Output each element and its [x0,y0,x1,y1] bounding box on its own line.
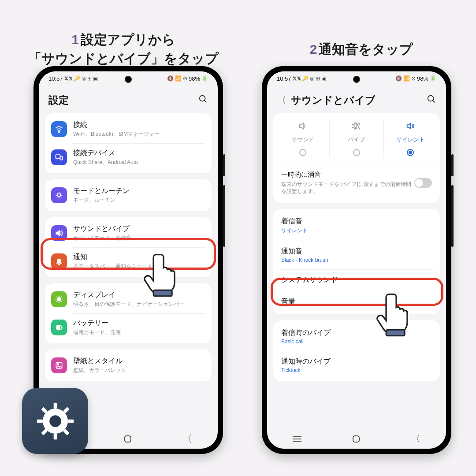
svg-rect-4 [60,156,63,160]
settings-row-devices[interactable]: 接続デバイスQuick Share、Android Auto [45,143,212,171]
row-title: サウンドとバイブ [73,224,205,234]
step2-caption: 2通知音をタップ [264,20,458,59]
display-icon [51,291,67,307]
svg-line-13 [433,100,435,103]
option-row[interactable]: 着信時のバイブBasic call [273,322,440,351]
row-sub: Slack - Knock brush [281,257,432,263]
row-sub: 壁紙、カラーパレット [73,367,205,374]
row-sub: Ticktock [281,367,432,373]
settings-row-wifi[interactable]: 接続Wi-Fi、Bluetooth、SIMマネージャー [45,115,212,143]
settings-card: 接続Wi-Fi、Bluetooth、SIMマネージャー接続デバイスQuick S… [45,113,212,173]
settings-row-display[interactable]: ディスプレイ明るさ、目の保護モード、ナビゲーションバー [45,285,212,313]
status-plus-icon: ⊞ [316,75,320,82]
option-row[interactable]: 通知時のバイブTicktock [273,351,440,379]
svg-rect-3 [56,155,60,158]
option-row[interactable]: 通知音Slack - Knock brush [273,241,440,269]
row-sub: Quick Share、Android Auto [73,159,205,166]
settings-card: 壁紙とスタイル壁紙、カラーパレット [45,350,212,381]
settings-app-icon [22,388,88,454]
status-key-icon: 🔑 [302,75,309,82]
sound-settings[interactable]: サウンドバイブサイレント 一時的に消音 端末のサウンドモードを[バイブ]に戻すま… [267,113,446,429]
svg-rect-22 [53,434,57,439]
svg-point-6 [57,298,61,301]
temp-mute-title: 一時的に消音 [281,171,414,179]
status-x-icon: 𝕏 𝕏 [293,76,301,82]
status-wifi-icon: 📶 [403,75,410,82]
row-sub: Wi-Fi、Bluetooth、SIMマネージャー [73,130,205,138]
mode-icon [330,121,383,133]
mode-sound[interactable]: サウンド [276,119,330,158]
temp-mute-row[interactable]: 一時的に消音 端末のサウンドモードを[バイブ]に戻すまでの消音時間を設定します。 [273,164,440,201]
mode-vibrate[interactable]: バイブ [330,119,383,158]
wall-icon [51,357,67,373]
row-title: 壁紙とスタイル [73,357,205,366]
status-battery: 98% [417,75,428,82]
status-mute-icon: 🔇 [395,75,402,82]
nav-back[interactable]: 〈 [182,432,192,446]
search-icon[interactable] [427,94,436,106]
vibration-options-card: 着信時のバイブBasic call通知時のバイブTicktock [273,320,440,381]
front-camera [353,76,360,83]
header: 設定 [39,86,218,113]
svg-point-20 [49,415,61,427]
settings-row-sound[interactable]: サウンドとバイブサウンドモード、着信音 [45,219,212,247]
back-button[interactable]: 〈 [277,94,287,107]
status-mute-icon: 🔇 [167,75,174,82]
mode-label: サイレント [384,136,437,144]
row-title: 通知時のバイブ [281,357,432,366]
temp-mute-sub: 端末のサウンドモードを[バイブ]に戻すまでの消音時間を設定します。 [281,181,414,195]
row-sub: サイレント [281,227,432,234]
phone-right: 10:57 𝕏 𝕏 🔑 ◎ ⊞ ▣ 🔇 📶 ⊘ 98% 🔋 〈 サウンド [262,66,451,454]
status-target-icon: ◎ [310,75,314,82]
search-icon[interactable] [198,94,208,106]
settings-card: モードとルーチンモード、ルーチン [45,179,212,211]
notif-icon [51,253,67,269]
page-title: サウンドとバイブ [291,93,427,107]
row-title: 接続デバイス [73,149,205,158]
option-row[interactable]: 音量 [273,291,440,312]
status-target-icon: ◎ [82,75,86,82]
svg-line-1 [205,100,207,103]
svg-rect-21 [53,402,57,408]
row-sub: ステータスバー、通知をミュート [73,263,205,270]
mode-label: バイブ [330,136,383,144]
settings-list[interactable]: 接続Wi-Fi、Bluetooth、SIMマネージャー接続デバイスQuick S… [39,113,218,429]
mode-silent[interactable]: サイレント [384,119,437,158]
routine-icon [51,187,67,203]
row-sub: Basic call [281,338,432,345]
settings-row-wall[interactable]: 壁紙とスタイル壁紙、カラーパレット [45,351,212,379]
nav-home[interactable] [353,435,360,443]
status-nodata-icon: ⊘ [411,75,416,82]
nav-home[interactable] [124,435,131,443]
status-battery-icon: 🔋 [430,75,436,82]
settings-row-routine[interactable]: モードとルーチンモード、ルーチン [45,181,212,209]
temp-mute-toggle[interactable] [414,178,432,188]
nav-back[interactable]: 〈 [411,432,420,446]
settings-card: ディスプレイ明るさ、目の保護モード、ナビゲーションバーバッテリー省電力モード、充… [45,283,212,343]
row-sub: 省電力モード、充電 [73,329,205,336]
row-title: 音量 [281,297,432,306]
nav-recents[interactable] [293,439,301,439]
sound-icon [51,225,67,241]
step2-number: 2 [310,42,317,56]
mode-radio[interactable] [353,149,360,156]
settings-row-battery[interactable]: バッテリー省電力モード、充電 [45,313,212,342]
step2-text: 通知音をタップ [319,42,413,56]
step1-caption: 1設定アプリから 「サウンドとバイブ」をタップ [18,11,229,68]
option-row[interactable]: 着信音サイレント [273,211,440,241]
svg-rect-23 [37,419,42,423]
front-camera [125,76,132,83]
step1-text: 設定アプリから 「サウンドとバイブ」をタップ [28,32,219,66]
header: 〈 サウンドとバイブ [267,86,446,113]
settings-row-notif[interactable]: 通知ステータスバー、通知をミュート [45,247,212,275]
svg-point-2 [59,131,60,133]
row-title: 接続 [73,120,205,130]
status-key-icon: 🔑 [74,75,80,82]
row-title: バッテリー [73,319,205,328]
mode-radio[interactable] [299,149,306,156]
sound-options-card: 着信音サイレント通知音Slack - Knock brushシステムサウンド音量 [273,209,440,314]
status-wifi-icon: 📶 [175,75,182,82]
mode-radio[interactable] [407,149,414,156]
step1-number: 1 [71,32,79,47]
option-row[interactable]: システムサウンド [273,269,440,291]
